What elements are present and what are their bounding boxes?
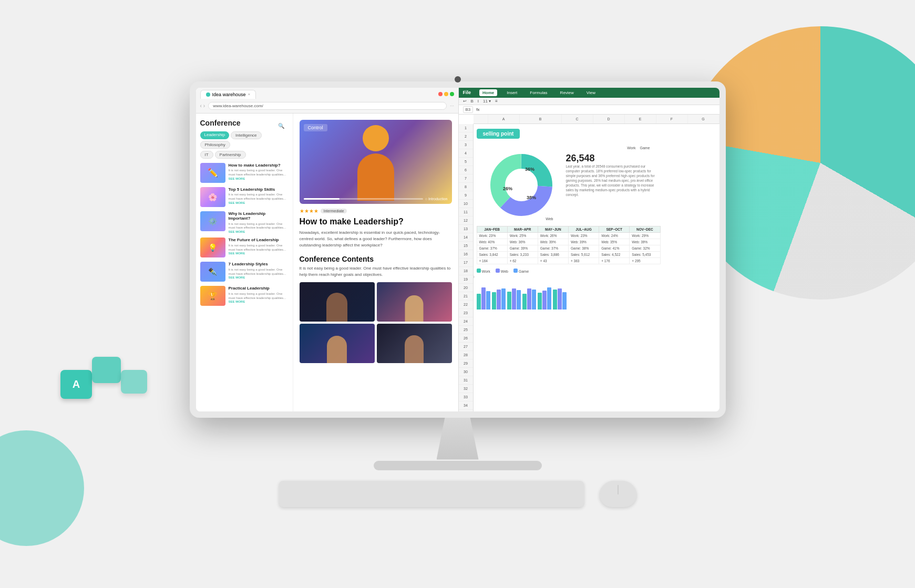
row-32[interactable]: 32: [459, 385, 473, 393]
row-5[interactable]: 5: [459, 158, 473, 166]
hero-video[interactable]: Control ○ Introduction: [300, 120, 452, 204]
cell[interactable]: Work: 24%: [599, 232, 630, 239]
cell[interactable]: Web: 39%: [538, 239, 568, 245]
row-35[interactable]: 35: [459, 410, 473, 411]
row-3[interactable]: 3: [459, 141, 473, 149]
cell[interactable]: Sales: 3,842: [477, 251, 507, 257]
cell[interactable]: Sales: 5,453: [630, 251, 660, 257]
list-item[interactable]: ✏️ How to make Leadership? It is not eas…: [200, 163, 289, 183]
col-c[interactable]: C: [562, 115, 593, 123]
forward-button[interactable]: ›: [203, 103, 205, 109]
row-16[interactable]: 16: [459, 250, 473, 259]
close-button[interactable]: [438, 92, 443, 96]
cell[interactable]: Game: 32%: [630, 245, 660, 251]
cell[interactable]: Work: 25%: [507, 232, 538, 239]
ribbon-tab-review[interactable]: Review: [557, 89, 577, 96]
row-11[interactable]: 11: [459, 208, 473, 216]
cell[interactable]: Work: 23%: [477, 232, 507, 239]
row-19[interactable]: 19: [459, 275, 473, 284]
cell[interactable]: Sales: 3,886: [538, 251, 568, 257]
ribbon-tab-insert[interactable]: Insert: [503, 89, 520, 96]
cell[interactable]: + 176: [599, 257, 630, 264]
row-12[interactable]: 12: [459, 216, 473, 225]
col-a[interactable]: A: [488, 115, 520, 123]
cell[interactable]: + 62: [507, 257, 538, 264]
col-d[interactable]: D: [593, 115, 625, 123]
cell[interactable]: Sales: 4,522: [599, 251, 630, 257]
mouse[interactable]: [600, 481, 636, 507]
see-more-2[interactable]: SEE MORE: [229, 201, 289, 204]
row-6[interactable]: 6: [459, 166, 473, 174]
maximize-button[interactable]: [450, 92, 454, 96]
row-22[interactable]: 22: [459, 301, 473, 309]
list-item[interactable]: 💡 The Future of Leadership It is not eas…: [200, 238, 289, 257]
row-4[interactable]: 4: [459, 149, 473, 158]
video-progress-bar[interactable]: [304, 198, 423, 200]
minimize-button[interactable]: [444, 92, 448, 96]
row-15[interactable]: 15: [459, 242, 473, 250]
keyboard[interactable]: [279, 481, 584, 507]
row-26[interactable]: 26: [459, 334, 473, 343]
see-more-4[interactable]: SEE MORE: [229, 252, 289, 255]
cell[interactable]: Game: 39%: [507, 245, 538, 251]
row-23[interactable]: 23: [459, 309, 473, 317]
cell[interactable]: Sales: 5,612: [568, 251, 599, 257]
cell[interactable]: Work: 29%: [630, 232, 660, 239]
row-30[interactable]: 30: [459, 368, 473, 376]
filter-partnership[interactable]: Partnership: [215, 151, 246, 159]
cell[interactable]: + 295: [630, 257, 660, 264]
cell[interactable]: Work: 23%: [568, 232, 599, 239]
row-8[interactable]: 8: [459, 183, 473, 191]
toolbar-bold[interactable]: B: [471, 99, 474, 104]
ribbon-tab-view[interactable]: View: [583, 89, 599, 96]
row-1[interactable]: 1: [459, 124, 473, 132]
row-10[interactable]: 10: [459, 200, 473, 208]
toolbar-font-size[interactable]: 11 ▾: [483, 99, 491, 104]
ribbon-tab-formulas[interactable]: Formulas: [527, 89, 550, 96]
cell[interactable]: Game: 38%: [568, 245, 599, 251]
row-24[interactable]: 24: [459, 317, 473, 326]
cell[interactable]: Game: 37%: [538, 245, 568, 251]
row-27[interactable]: 27: [459, 343, 473, 351]
toolbar-align[interactable]: ≡: [495, 99, 498, 104]
list-item[interactable]: 🌸 Top 5 Leadership Skills It is not easy…: [200, 187, 289, 207]
filter-it[interactable]: IT: [200, 151, 213, 159]
cell[interactable]: + 164: [477, 257, 507, 264]
cell[interactable]: Game: 41%: [599, 245, 630, 251]
row-20[interactable]: 20: [459, 284, 473, 292]
see-more-1[interactable]: SEE MORE: [229, 177, 289, 180]
col-g[interactable]: G: [688, 115, 719, 123]
row-13[interactable]: 13: [459, 225, 473, 233]
row-14[interactable]: 14: [459, 233, 473, 242]
toolbar-undo[interactable]: ↩: [463, 99, 467, 104]
col-e[interactable]: E: [625, 115, 656, 123]
list-item[interactable]: ⚙️ Why Is Leadership Important? It is no…: [200, 211, 289, 234]
browser-tab[interactable]: Idea warehouse ×: [200, 90, 256, 99]
row-31[interactable]: 31: [459, 376, 473, 385]
col-f[interactable]: F: [656, 115, 688, 123]
cell[interactable]: Sales: 3,233: [507, 251, 538, 257]
cell[interactable]: Web: 39%: [630, 239, 660, 245]
row-2[interactable]: 2: [459, 132, 473, 141]
cell[interactable]: Web: 35%: [599, 239, 630, 245]
tab-close-button[interactable]: ×: [248, 92, 251, 97]
toolbar-italic[interactable]: I: [478, 99, 479, 104]
cell[interactable]: + 383: [568, 257, 599, 264]
row-34[interactable]: 34: [459, 401, 473, 410]
cell[interactable]: Game: 37%: [477, 245, 507, 251]
row-17[interactable]: 17: [459, 259, 473, 267]
row-7[interactable]: 7: [459, 174, 473, 183]
row-9[interactable]: 9: [459, 191, 473, 200]
url-input[interactable]: www.idea-warehouse.com/: [208, 102, 446, 110]
filter-intelligence[interactable]: Intelligence: [231, 131, 261, 139]
see-more-3[interactable]: SEE MORE: [229, 230, 289, 233]
cell[interactable]: + 43: [538, 257, 568, 264]
search-icon[interactable]: 🔍: [278, 123, 284, 129]
col-b[interactable]: B: [520, 115, 562, 123]
row-25[interactable]: 25: [459, 326, 473, 334]
see-more-5[interactable]: SEE MORE: [229, 276, 289, 279]
ribbon-tab-home[interactable]: Home: [479, 89, 497, 96]
cell[interactable]: Web: 40%: [477, 239, 507, 245]
filter-philosophy[interactable]: Philosophy: [200, 141, 230, 149]
row-33[interactable]: 33: [459, 393, 473, 401]
